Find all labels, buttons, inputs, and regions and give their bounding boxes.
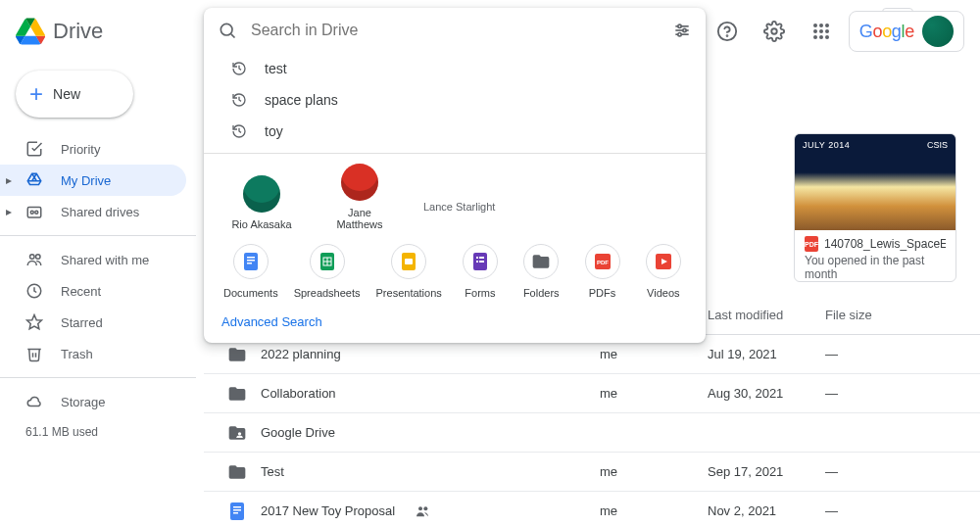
- file-owner: me: [600, 347, 708, 361]
- chip-label: Videos: [647, 287, 679, 299]
- filter-chip-videos[interactable]: Videos: [641, 244, 686, 299]
- file-size: —: [825, 464, 904, 479]
- sidebar-item-shared-with-me[interactable]: Shared with me: [0, 244, 186, 275]
- sidebar-item-label: Storage: [61, 395, 106, 409]
- person-chip[interactable]: Jane Matthews: [325, 164, 394, 230]
- svg-point-10: [819, 35, 823, 39]
- col-header-size[interactable]: File size: [825, 308, 904, 322]
- filter-chip-presentations[interactable]: Presentations: [376, 244, 442, 299]
- person-placeholder[interactable]: Lance Starlight: [423, 201, 495, 230]
- folder-icon: [227, 384, 247, 404]
- svg-rect-54: [476, 261, 478, 263]
- file-owner: me: [600, 386, 708, 401]
- new-button[interactable]: + New: [16, 71, 133, 118]
- folder-icon: [523, 244, 559, 279]
- logo[interactable]: Drive: [16, 17, 204, 46]
- apps-grid-icon[interactable]: [802, 12, 841, 51]
- history-icon: [231, 61, 247, 76]
- svg-rect-53: [479, 257, 484, 259]
- filter-chip-folders[interactable]: Folders: [518, 244, 564, 299]
- recent-search-item[interactable]: toy: [204, 116, 706, 147]
- help-icon[interactable]: [708, 12, 747, 51]
- svg-point-38: [678, 24, 681, 27]
- cloud-icon: [25, 393, 43, 410]
- filter-chip-documents[interactable]: Documents: [223, 244, 278, 299]
- settings-icon[interactable]: [755, 12, 794, 51]
- file-name: 2022 planning: [261, 347, 341, 361]
- file-row[interactable]: Google Drive: [204, 413, 980, 453]
- doc-icon: [233, 244, 269, 279]
- recent-search-item[interactable]: test: [204, 53, 706, 84]
- shared-icon: [415, 503, 430, 519]
- advanced-search-link[interactable]: Advanced Search: [204, 305, 706, 335]
- search-input[interactable]: [251, 22, 659, 39]
- search-panel: testspace planstoy Rio AkasakaJane Matth…: [204, 8, 706, 343]
- suggested-file-name: 140708_Lewis_SpaceEx...: [824, 237, 946, 251]
- sidebar-item-shared-drives[interactable]: ▸Shared drives: [0, 196, 186, 227]
- sidebar-item-label: Trash: [61, 347, 93, 361]
- file-name: Test: [261, 464, 284, 479]
- svg-point-39: [683, 28, 686, 31]
- sidebar-item-label: Priority: [61, 142, 100, 157]
- person-chip[interactable]: Rio Akasaka: [227, 175, 296, 230]
- account-badge[interactable]: Google: [849, 11, 964, 52]
- svg-rect-28: [233, 506, 241, 508]
- folder-icon: [227, 462, 247, 482]
- file-size: —: [825, 386, 904, 401]
- filter-chip-pdfs[interactable]: PDFPDFs: [579, 244, 624, 299]
- svg-rect-43: [247, 260, 255, 262]
- person-avatar: [243, 175, 280, 213]
- sidebar-item-label: Starred: [61, 315, 103, 330]
- file-modified: Aug 30, 2021: [708, 386, 825, 401]
- svg-point-14: [35, 211, 38, 214]
- svg-point-3: [813, 24, 817, 27]
- svg-point-8: [825, 29, 829, 33]
- col-header-modified[interactable]: Last modified: [708, 308, 825, 322]
- file-modified: Jul 19, 2021: [708, 347, 825, 361]
- sidebar-item-priority[interactable]: Priority: [0, 133, 186, 165]
- svg-point-1: [726, 35, 727, 36]
- svg-rect-30: [233, 512, 238, 514]
- filter-chip-spreadsheets[interactable]: Spreadsheets: [294, 244, 361, 299]
- clock-icon: [25, 282, 43, 300]
- star-icon: [25, 313, 43, 331]
- sidebar-item-starred[interactable]: Starred: [0, 307, 186, 338]
- svg-point-13: [30, 211, 33, 214]
- svg-rect-50: [405, 259, 413, 264]
- recent-search-text: toy: [265, 123, 283, 139]
- drive-logo-icon: [16, 17, 45, 46]
- svg-marker-18: [27, 315, 42, 329]
- file-row[interactable]: CollaborationmeAug 30, 2021—: [204, 374, 980, 413]
- svg-point-31: [418, 506, 422, 510]
- file-row[interactable]: TestmeSep 17, 2021—: [204, 453, 980, 492]
- file-row[interactable]: 2017 New Toy ProposalmeNov 2, 2021—: [204, 492, 980, 526]
- person-name: Jane Matthews: [325, 207, 394, 230]
- chip-label: Presentations: [376, 287, 442, 299]
- search-icon[interactable]: [218, 21, 237, 40]
- file-owner: me: [600, 464, 708, 479]
- video-icon: [646, 244, 681, 279]
- file-name: 2017 New Toy Proposal: [261, 503, 395, 518]
- form-icon: [463, 244, 498, 279]
- file-size: —: [825, 347, 904, 361]
- trash-icon: [25, 345, 43, 362]
- suggested-file-card[interactable]: JULY 2014 CSIS PDF 140708_Lewis_SpaceEx.…: [794, 133, 956, 282]
- chevron-right-icon: ▸: [6, 205, 12, 218]
- svg-point-5: [825, 24, 829, 27]
- recent-search-item[interactable]: space plans: [204, 84, 706, 116]
- svg-rect-27: [230, 502, 244, 520]
- sidebar-item-my-drive[interactable]: ▸My Drive: [0, 165, 186, 196]
- file-thumbnail: JULY 2014 CSIS: [795, 134, 956, 230]
- file-size: —: [825, 503, 904, 518]
- history-icon: [231, 92, 247, 108]
- doc-icon: [227, 502, 247, 521]
- file-owner: me: [600, 503, 708, 518]
- chip-label: Documents: [223, 287, 278, 299]
- sidebar-item-trash[interactable]: Trash: [0, 338, 186, 369]
- filter-chip-forms[interactable]: Forms: [458, 244, 503, 299]
- recent-search-text: space plans: [265, 92, 338, 108]
- app-name: Drive: [53, 19, 103, 44]
- search-options-icon[interactable]: [672, 21, 692, 40]
- sidebar-item-storage[interactable]: Storage: [0, 386, 186, 417]
- sidebar-item-recent[interactable]: Recent: [0, 275, 186, 307]
